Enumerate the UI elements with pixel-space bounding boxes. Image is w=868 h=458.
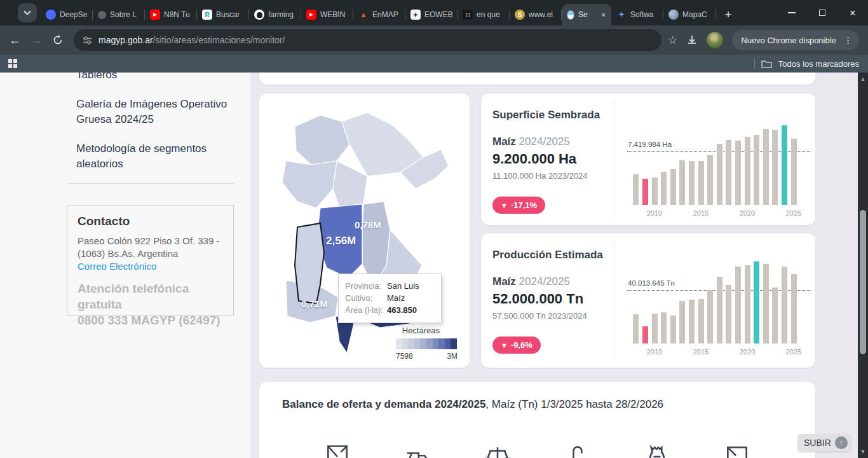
tab[interactable]: Swww.el xyxy=(510,4,562,25)
bar-2010[interactable] xyxy=(652,314,658,344)
tab[interactable]: RBuscar xyxy=(197,4,249,25)
forward-button[interactable]: → xyxy=(25,29,47,51)
bar-2013[interactable] xyxy=(679,160,685,205)
bar-2012[interactable] xyxy=(670,316,676,344)
site-info-icon[interactable] xyxy=(83,36,92,45)
close-button[interactable]: ✕ xyxy=(837,0,868,25)
bar-2017[interactable] xyxy=(717,144,722,205)
all-bookmarks[interactable]: Todos los marcadores xyxy=(754,59,859,69)
scrollbar-thumb[interactable] xyxy=(860,210,866,354)
scroll-up-icon[interactable]: ▲ xyxy=(858,74,868,84)
github-icon xyxy=(254,10,264,20)
map-legend-gradient xyxy=(396,338,457,349)
bar-2018[interactable] xyxy=(726,140,731,205)
province-catamarca-larioja[interactable] xyxy=(282,161,337,208)
bar-2021[interactable] xyxy=(754,135,759,205)
sidebar-item-galeria[interactable]: Galería de Imágenes Operativo Gruesa 202… xyxy=(76,97,235,127)
bar-2014[interactable] xyxy=(689,161,695,205)
bar-2020[interactable] xyxy=(745,137,750,205)
hook-icon xyxy=(563,443,591,458)
bar-2025[interactable] xyxy=(791,139,797,205)
bar-2023[interactable] xyxy=(772,130,778,205)
site-icon xyxy=(98,11,106,19)
bookmark-star-icon[interactable]: ☆ xyxy=(668,34,677,47)
tab-close-icon[interactable]: ✕ xyxy=(601,11,606,18)
contact-email-link[interactable]: Correo Electrónico xyxy=(78,260,223,273)
bar-2019[interactable] xyxy=(735,267,741,344)
bar-2014[interactable] xyxy=(689,300,695,344)
restore-icon xyxy=(819,10,825,16)
province-salta-jujuy[interactable] xyxy=(295,115,349,165)
bar-2023[interactable] xyxy=(772,288,778,344)
url-bar[interactable]: magyp.gob.ar/sitio/areas/estimaciones/mo… xyxy=(74,29,661,51)
sparkle-icon: ✦ xyxy=(616,10,627,20)
bar-2012[interactable] xyxy=(670,169,676,205)
bar-2015[interactable] xyxy=(698,299,704,344)
bar-2022[interactable] xyxy=(763,264,769,344)
card-divider xyxy=(614,101,615,218)
bar-2019[interactable] xyxy=(735,141,741,205)
bar-2011[interactable] xyxy=(661,172,667,205)
x-axis-tick: 2010 xyxy=(642,209,667,217)
tab-active[interactable]: Se✕ xyxy=(562,4,611,25)
bar-2018[interactable] xyxy=(726,285,731,344)
scroll-to-top-button[interactable]: SUBIR ↑ xyxy=(797,434,851,452)
tooltip-area-label: Área (Ha): xyxy=(345,304,387,316)
sidebar-item-metodologia[interactable]: Metodología de segmentos aleatorios xyxy=(76,141,235,172)
bar-2015[interactable] xyxy=(698,161,704,205)
balance-title-bold: Balance de oferta y demanda 2024/2025 xyxy=(282,398,485,410)
deepseek-icon xyxy=(46,10,56,20)
bar-2021[interactable] xyxy=(754,261,759,344)
produccion-previous: 57.500.000 Tn 2023/2024 xyxy=(492,311,587,321)
contact-phone-line1: Atención telefónica gratuita xyxy=(78,281,223,312)
tab[interactable]: farming xyxy=(249,4,301,25)
bar-2011[interactable] xyxy=(661,312,667,344)
tab-title: Buscar xyxy=(216,10,244,19)
minimize-button[interactable] xyxy=(776,0,807,25)
bar-2008[interactable] xyxy=(633,314,639,344)
new-tab-button[interactable]: + xyxy=(719,6,737,24)
bar-2024[interactable] xyxy=(782,125,787,205)
x-axis-tick: 2025 xyxy=(781,348,806,356)
menu-dots-icon[interactable]: ⋮ xyxy=(841,35,855,45)
bar-2009[interactable] xyxy=(642,326,648,344)
tab[interactable]: ▶N8N Tu xyxy=(145,4,197,25)
tab[interactable]: MapaC xyxy=(663,4,715,25)
profile-avatar[interactable] xyxy=(707,32,723,48)
produccion-crop-season: Maíz 2024/2025 xyxy=(492,275,570,288)
scroll-down-icon[interactable]: ▼ xyxy=(858,447,868,457)
bar-2022[interactable] xyxy=(763,129,769,205)
bar-2009[interactable] xyxy=(642,179,648,205)
youtube-icon: ▶ xyxy=(150,10,160,20)
chrome-update-chip[interactable]: Nuevo Chrome disponible ⋮ xyxy=(732,30,859,50)
restore-button[interactable] xyxy=(807,0,837,25)
bar-2016[interactable] xyxy=(707,155,713,205)
tab[interactable]: DeepSe xyxy=(41,4,93,25)
bar-2010[interactable] xyxy=(652,177,658,205)
superficie-sembrada-card: Superficie Sembrada Maíz 2024/2025 9.200… xyxy=(481,94,815,225)
tab[interactable]: ✦Softwa xyxy=(611,4,663,25)
superficie-title: Superficie Sembrada xyxy=(492,109,600,121)
tab[interactable]: ▲EnMAP xyxy=(353,4,405,25)
bar-2013[interactable] xyxy=(679,301,685,344)
tab-title: www.el xyxy=(529,10,557,19)
tab-search-button[interactable] xyxy=(18,3,37,22)
tab[interactable]: ▶WEBIN xyxy=(301,4,353,25)
tab-strip: DeepSeSobre L▶N8N TuRBuscarfarming▶WEBIN… xyxy=(0,0,868,25)
bar-2024[interactable] xyxy=(782,267,787,344)
bar-2008[interactable] xyxy=(633,174,639,205)
page-scrollbar[interactable]: ▲ ▼ xyxy=(858,73,868,458)
bar-2016[interactable] xyxy=(707,290,713,344)
download-icon[interactable] xyxy=(686,34,698,46)
sidebar-item-tableros[interactable]: Tableros xyxy=(76,73,235,83)
bar-2020[interactable] xyxy=(745,265,750,344)
reload-button[interactable] xyxy=(47,29,69,51)
tab[interactable]: Sobre L xyxy=(93,4,145,25)
bar-2017[interactable] xyxy=(717,277,722,344)
bar-2025[interactable] xyxy=(791,274,797,344)
back-button[interactable]: ← xyxy=(4,29,25,51)
tab[interactable]: ✦EOWEB xyxy=(405,4,458,25)
tab[interactable]: ∷en que xyxy=(458,4,510,25)
produccion-bar-chart: 40.013.645 Tn2010201520202025 xyxy=(626,254,817,356)
apps-grid-icon[interactable] xyxy=(8,59,18,69)
